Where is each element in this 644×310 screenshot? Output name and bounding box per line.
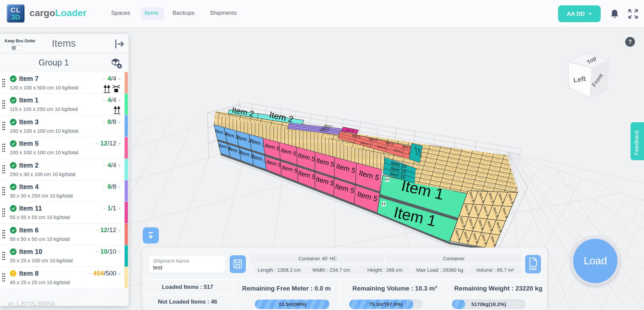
- svg-text:PDF: PDF: [529, 267, 537, 271]
